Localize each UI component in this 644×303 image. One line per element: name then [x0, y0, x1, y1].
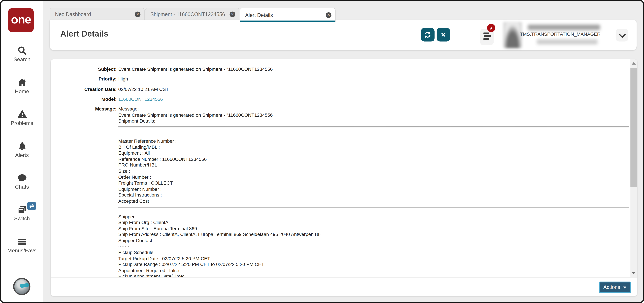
refresh-icon [424, 31, 432, 39]
alert-details-panel: Subject: Event Create Shipment is genera… [51, 59, 637, 296]
message-line: Master Reference Number : [118, 138, 629, 144]
header-divider [468, 25, 468, 45]
sidebar: one Search Home Problems Alerts Chats ⇄ … [1, 1, 43, 302]
swap-arrows-icon: ⇄ [27, 202, 36, 210]
close-icon[interactable]: ✕ [230, 11, 235, 17]
refresh-button[interactable] [421, 28, 434, 42]
field-row-priority: Priority: High [51, 76, 630, 82]
sidebar-item-label: Home [15, 88, 29, 95]
close-button[interactable]: ✕ [436, 28, 450, 42]
chevron-down-icon [618, 31, 626, 38]
tab-alert-details[interactable]: Alert Details ✕ [240, 8, 336, 22]
actions-button-label: Actions [603, 284, 620, 290]
tab-label: Shipment - 11660CONT1234556 [150, 11, 225, 17]
star-badge: ★ [487, 24, 496, 32]
field-label: Subject: [51, 66, 118, 73]
message-line: Reference Number : 11660CONT1234556 [118, 156, 629, 162]
message-shipper-pickup: ShipperShip From Org : ClientAShip From … [118, 214, 629, 277]
actions-button[interactable]: Actions [599, 281, 631, 293]
alert-details-content: Subject: Event Create Shipment is genera… [51, 59, 630, 277]
sidebar-item-alerts[interactable]: Alerts [1, 141, 43, 158]
field-label: Model: [51, 96, 118, 102]
field-value: High [118, 76, 630, 82]
field-row-model: Model: 11660CONT1234556 [51, 96, 630, 102]
message-line: Event Create Shipment is generated on Sh… [118, 112, 629, 118]
message-line: Shipper Contact [118, 238, 629, 244]
warning-icon [17, 109, 27, 119]
message-line: ~~~~ [118, 243, 629, 249]
close-icon[interactable]: ✕ [135, 11, 140, 17]
message-line: PRO Number/HBL : [118, 162, 629, 168]
message-line: Special Instructions : [118, 192, 629, 198]
close-icon: ✕ [441, 31, 446, 38]
tab-shipment[interactable]: Shipment - 11660CONT1234556 ✕ [145, 8, 240, 20]
message-line: Order Number : [118, 174, 629, 180]
page-header: Alert Details ✕ ★ TMS.TRANSPORTATION_MAN… [50, 20, 637, 50]
user-role-text: TMS.TRANSPORTATION_MANAGER [513, 32, 608, 37]
message-line: Shipment Details: [118, 118, 629, 124]
user-avatar[interactable] [13, 278, 30, 295]
sidebar-item-label: Chats [15, 184, 29, 190]
sidebar-item-label: Problems [11, 120, 33, 126]
sidebar-item-search[interactable]: Search [1, 46, 43, 63]
model-link[interactable]: 11660CONT1234556 [118, 97, 163, 101]
dropdown-arrow-icon [623, 286, 626, 288]
message-line: Pickup Schedule [118, 249, 629, 255]
user-menu-button[interactable] [616, 29, 628, 42]
chat-bubble-icon [17, 173, 27, 183]
field-label: Priority: [51, 76, 118, 82]
sidebar-item-chats[interactable]: Chats [1, 173, 43, 190]
search-icon [17, 46, 27, 56]
footer-divider [51, 277, 637, 277]
scrollbar-thumb[interactable] [630, 68, 637, 187]
home-icon [17, 78, 27, 88]
bell-icon [17, 141, 27, 151]
field-row-message: Message: Message:Event Create Shipment i… [51, 106, 630, 277]
menu-bars-icon [483, 33, 489, 34]
section-divider [118, 207, 629, 208]
message-shipment-details: Master Reference Number :Bill Of Lading/… [118, 138, 629, 204]
app-window: one Search Home Problems Alerts Chats ⇄ … [0, 0, 644, 303]
message-line: Appointment Required : false [118, 268, 629, 274]
switch-windows-icon [17, 205, 27, 215]
message-line: Size : [118, 168, 629, 174]
one-network-logo: one [8, 8, 34, 32]
hamburger-icon [17, 237, 27, 247]
redacted-user-name [528, 25, 600, 30]
redacted-user-email [537, 39, 598, 44]
sidebar-item-label: Alerts [15, 152, 29, 158]
sidebar-item-label: Menus/Favs [7, 247, 36, 254]
field-row-subject: Subject: Event Create Shipment is genera… [51, 66, 630, 73]
message-line: Message: [118, 106, 629, 112]
message-line: Pickup Appointment Date/Time: [118, 273, 629, 277]
section-divider [118, 126, 629, 127]
message-line: PickupDate Range : 02/07/22 5:20 PM CET … [118, 261, 629, 268]
message-line: Ship From Org : ClientA [118, 219, 629, 225]
sidebar-item-home[interactable]: Home [1, 78, 43, 95]
scroll-down-arrow-icon[interactable] [632, 272, 636, 274]
message-line: Shipper [118, 214, 629, 220]
tab-neo-dashboard[interactable]: Neo Dashboard ✕ [50, 8, 144, 20]
tab-label: Neo Dashboard [55, 11, 91, 17]
scroll-up-arrow-icon[interactable] [632, 62, 636, 65]
sidebar-item-problems[interactable]: Problems [1, 109, 43, 126]
field-value: Event Create Shipment is generated on Sh… [118, 66, 630, 73]
sidebar-item-label: Switch [14, 215, 30, 222]
message-line: Ship From Address : ClientA, ClientA, Eu… [118, 232, 629, 238]
page-title: Alert Details [60, 29, 108, 39]
vertical-scrollbar[interactable] [630, 59, 637, 277]
message-line: Accepted Cost : [118, 198, 629, 204]
close-icon[interactable]: ✕ [326, 12, 332, 18]
message-line: Bill Of Lading/MBL : [118, 144, 629, 150]
message-intro: Message:Event Create Shipment is generat… [118, 106, 629, 124]
field-label: Message: [51, 106, 118, 277]
sidebar-item-label: Search [14, 56, 30, 63]
field-label: Creation Date: [51, 86, 118, 92]
field-value: 02/07/22 10:21 AM CST [118, 86, 630, 92]
message-line: Equipment : All [118, 150, 629, 156]
field-row-creation-date: Creation Date: 02/07/22 10:21 AM CST [51, 86, 630, 92]
sidebar-item-switch[interactable]: ⇄ Switch [1, 205, 43, 222]
message-line: Equipment Number : [118, 186, 629, 192]
message-line: Freight Terms : COLLECT [118, 180, 629, 186]
sidebar-item-menus-favs[interactable]: Menus/Favs [1, 237, 43, 254]
